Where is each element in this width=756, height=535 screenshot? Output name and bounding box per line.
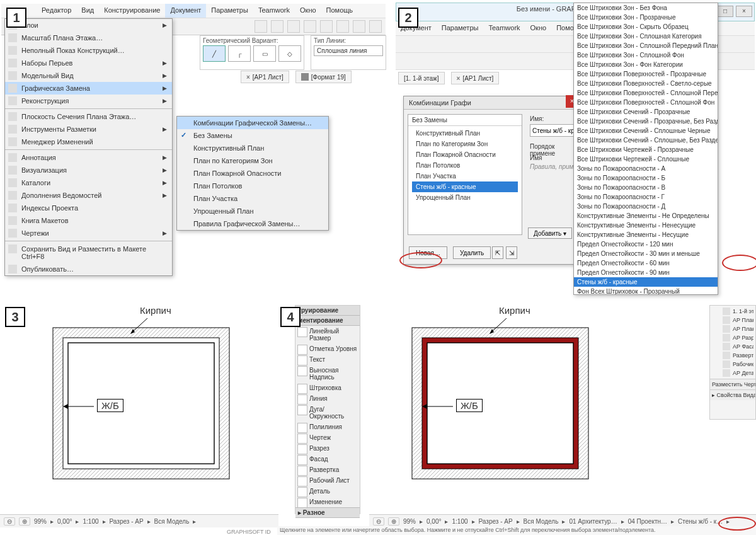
tool-item[interactable]: Выносная Надпись <box>295 365 360 383</box>
menu-item[interactable]: Наборы Перьев▶ <box>5 57 172 69</box>
submenu-item[interactable]: Упрощенный План <box>177 205 328 217</box>
drop-item[interactable]: Зоны по Пожароопасности - А <box>574 164 718 173</box>
list-item[interactable]: Конструктивный План <box>412 128 518 139</box>
menu-help[interactable]: Помощь <box>321 4 358 18</box>
place-drawing-button[interactable]: Разместить Чертеж <box>710 379 755 389</box>
rules-dropdown[interactable]: Все Штриховки Зон - Без ФонаВсе Штриховк… <box>573 3 718 295</box>
menu-view[interactable]: Вид <box>76 4 99 18</box>
menu-item[interactable]: Книга Макетов <box>5 214 172 227</box>
drop-item[interactable]: Предел Огнестойкости - 90 мин <box>574 268 718 277</box>
menu-item[interactable]: Чертежи▶ <box>5 227 172 239</box>
drop-item[interactable]: Все Штриховки Поверхностей - Прозрачные <box>574 69 718 79</box>
submenu-item[interactable]: Правила Графической Замены… <box>177 217 328 230</box>
tool-hdr-2[interactable]: ментирование <box>295 316 360 326</box>
tool-item[interactable]: Отметка Уровня <box>295 343 360 354</box>
menu-item[interactable]: Инструменты Разметки▶ <box>5 123 172 135</box>
tool-item[interactable]: Штриховка <box>295 383 360 393</box>
line-type-select[interactable]: Сплошная линия <box>314 45 383 56</box>
menu-teamwork-2[interactable]: Teamwork <box>483 21 525 35</box>
menu-parameters[interactable]: Параметры <box>206 4 253 18</box>
geom-line-btn[interactable]: ╱ <box>203 45 226 62</box>
combinations-list[interactable]: Без Замены Конструктивный ПланПлан по Ка… <box>408 114 522 235</box>
drop-item[interactable]: Зоны по Пожароопасности - Д <box>574 202 718 211</box>
tool-icon[interactable] <box>320 20 333 33</box>
tool-icon[interactable] <box>287 20 300 33</box>
drop-item[interactable]: Все Штриховки Зон - Фон Категории <box>574 60 718 69</box>
geom-rect-btn[interactable]: ▭ <box>253 45 276 62</box>
razrez-2[interactable]: Разрез - АР <box>479 518 513 525</box>
menu-teamwork[interactable]: Teamwork <box>253 4 295 18</box>
add-button[interactable]: Добавить ▾ <box>528 227 572 239</box>
drop-item[interactable]: Все Штриховки Сечений - Прозрачные, Без … <box>574 117 718 126</box>
zoom-in-icon[interactable]: ⊕ <box>388 517 399 526</box>
drop-item[interactable]: Все Штриховки Зон - Прозрачные <box>574 13 718 22</box>
menu-window[interactable]: Окно <box>295 4 321 18</box>
import-icon[interactable]: ⇲ <box>506 246 517 259</box>
tool-icon[interactable] <box>336 20 349 33</box>
drop-item[interactable]: Конструктивные Элементы - Ненесущие <box>574 221 718 230</box>
tool-icon[interactable] <box>369 20 382 33</box>
list-item[interactable]: Стены ж/б - красные <box>412 181 518 192</box>
tab-format[interactable]: [Формат 19] <box>295 71 352 83</box>
tab-ar1[interactable]: ×[АР1 Лист] <box>241 71 289 83</box>
menu-item[interactable]: Модельный Вид▶ <box>5 69 172 82</box>
steny-2[interactable]: Стены ж/б - к… <box>678 518 723 525</box>
tool-item[interactable]: Изменение <box>295 497 360 507</box>
list-item[interactable]: Упрощенный План <box>412 192 518 203</box>
model-2[interactable]: Вся Модель <box>524 518 559 525</box>
nav-item[interactable]: 1. 1-й этаж <box>721 307 753 316</box>
close-icon[interactable]: × <box>457 75 461 82</box>
submenu-item[interactable]: План Потолков <box>177 180 328 192</box>
drop-item[interactable]: Предел Огнестойкости - 30 мин и меньше <box>574 249 718 258</box>
drop-item[interactable]: Все Штриховки Сечений - Прозрачные <box>574 107 718 117</box>
nav-item[interactable]: Развертки <box>721 351 753 360</box>
drop-item[interactable]: Все Штриховки Зон - Сплошной Фон <box>574 50 718 60</box>
submenu-item[interactable]: ✓Без Замены <box>177 129 328 142</box>
tool-item[interactable]: Линия <box>295 393 360 404</box>
menu-item[interactable]: Реконструкция▶ <box>5 95 172 107</box>
submenu-item[interactable]: План Участка <box>177 192 328 205</box>
menu-item[interactable]: Каталоги▶ <box>5 176 172 189</box>
drop-item[interactable]: Фон Всех Штриховок - Прозрачный <box>574 287 718 295</box>
export-icon[interactable]: ⇱ <box>492 246 503 259</box>
menu-item[interactable]: Опубликовать… <box>5 263 172 275</box>
nav-item[interactable]: АР Планы Потол <box>721 325 753 333</box>
drop-item[interactable]: Все Штриховки Поверхностей - Сплошной Фо… <box>574 98 718 107</box>
tool-item[interactable]: Фасад <box>295 454 360 464</box>
close-button[interactable]: × <box>736 6 752 17</box>
tool-item[interactable]: Дуга/Окружность <box>295 404 360 422</box>
zoom-out-icon[interactable]: ⊖ <box>373 517 384 526</box>
menu-item[interactable]: Индексы Проекта <box>5 202 172 214</box>
tool-item[interactable]: Разрез <box>295 443 360 454</box>
menu-item[interactable]: Аннотация▶ <box>5 151 172 164</box>
drop-item[interactable]: Все Штриховки Поверхностей - Сплошной Пе… <box>574 88 718 98</box>
proj-2[interactable]: 04 Проектн… <box>628 518 667 525</box>
zoom-out-icon[interactable]: ⊖ <box>4 517 15 526</box>
submenu-item[interactable]: Комбинации Графической Замены… <box>177 117 328 129</box>
arch-2[interactable]: 01 Архитектур… <box>569 518 617 525</box>
drop-item[interactable]: Зоны по Пожароопасности - Б <box>574 173 718 183</box>
tool-icon[interactable] <box>271 20 284 33</box>
drop-item[interactable]: Все Штриховки Поверхностей - Светло-серы… <box>574 79 718 88</box>
menu-document[interactable]: Документ <box>165 4 206 18</box>
list-item[interactable]: План Потолков <box>412 160 518 171</box>
menu-item[interactable]: Графическая Замена▶ <box>5 82 172 95</box>
nav-item[interactable]: АР Детали <box>721 369 753 377</box>
drop-item[interactable]: Все Штриховки Сечений - Сплошные, Без Ра… <box>574 135 718 145</box>
tab-ar1-2[interactable]: ×[АР1 Лист] <box>451 72 500 84</box>
menu-item[interactable]: Визуализация▶ <box>5 164 172 176</box>
geom-poly-btn[interactable]: ┌ <box>228 45 251 62</box>
tool-item[interactable]: Текст <box>295 354 360 365</box>
tool-item[interactable]: Полилиния <box>295 422 360 432</box>
razrez-value[interactable]: Разрез - АР <box>110 518 144 525</box>
menu-item[interactable]: Менеджер Изменений <box>5 135 172 148</box>
drop-item[interactable]: Конструктивные Элементы - Несущие <box>574 230 718 239</box>
list-item[interactable]: План Пожарной Опасности <box>412 149 518 160</box>
list-item[interactable]: План Участка <box>412 171 518 181</box>
list-item[interactable]: План по Категориям Зон <box>412 139 518 149</box>
nav-item[interactable]: АР Планы Констр <box>721 316 753 325</box>
model-value[interactable]: Вся Модель <box>154 518 190 525</box>
menu-window-2[interactable]: Окно <box>525 21 552 35</box>
drop-item[interactable]: Конструктивные Элементы - Не Определены <box>574 211 718 221</box>
menu-item[interactable]: Плоскость Сечения Плана Этажа… <box>5 110 172 123</box>
